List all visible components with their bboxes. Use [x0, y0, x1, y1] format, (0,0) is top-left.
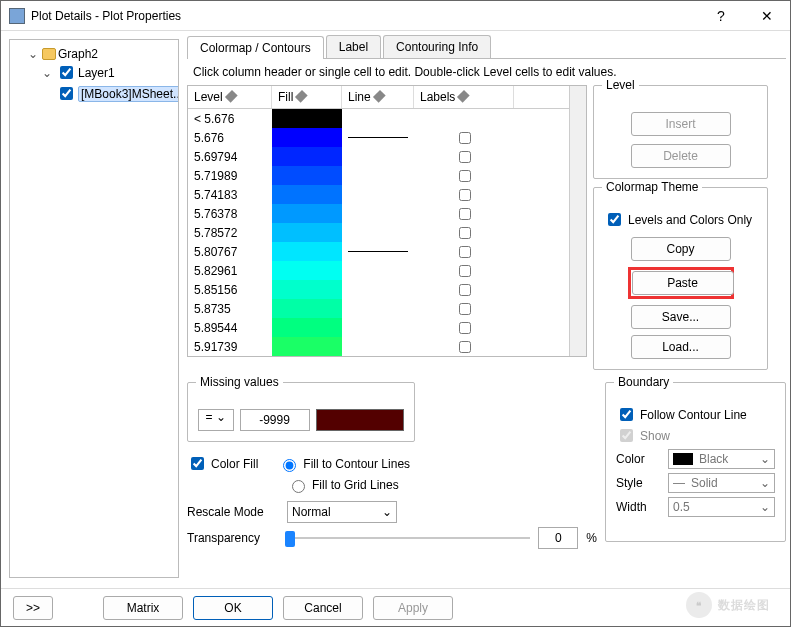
- line-cell[interactable]: [342, 261, 414, 280]
- line-cell[interactable]: [342, 185, 414, 204]
- labels-cell[interactable]: [414, 243, 514, 261]
- level-cell[interactable]: < 5.676: [188, 112, 272, 126]
- fill-cell[interactable]: [272, 109, 342, 128]
- label-checkbox[interactable]: [459, 246, 471, 258]
- fill-cell[interactable]: [272, 242, 342, 261]
- table-row[interactable]: 5.676: [188, 128, 586, 147]
- table-row[interactable]: 5.85156: [188, 280, 586, 299]
- fill-cell[interactable]: [272, 280, 342, 299]
- levels-colors-only-checkbox[interactable]: [608, 213, 621, 226]
- load-button[interactable]: Load...: [631, 335, 731, 359]
- labels-cell[interactable]: [414, 129, 514, 147]
- fill-cell[interactable]: [272, 185, 342, 204]
- table-scrollbar[interactable]: [569, 86, 586, 356]
- missing-op-select[interactable]: = ⌄: [198, 409, 234, 431]
- fill-grid-radio[interactable]: [292, 480, 305, 493]
- label-checkbox[interactable]: [459, 170, 471, 182]
- fill-cell[interactable]: [272, 147, 342, 166]
- table-row[interactable]: < 5.676: [188, 109, 586, 128]
- line-cell[interactable]: [342, 147, 414, 166]
- close-button[interactable]: ✕: [744, 1, 790, 31]
- label-checkbox[interactable]: [459, 189, 471, 201]
- cancel-button[interactable]: Cancel: [283, 596, 363, 620]
- labels-cell[interactable]: [414, 224, 514, 242]
- labels-cell[interactable]: [414, 319, 514, 337]
- color-fill-checkbox[interactable]: [191, 457, 204, 470]
- label-checkbox[interactable]: [459, 132, 471, 144]
- labels-cell[interactable]: [414, 262, 514, 280]
- table-row[interactable]: 5.82961: [188, 261, 586, 280]
- tree-node-graph[interactable]: ⌄ Graph2: [14, 46, 174, 62]
- missing-color-swatch[interactable]: [316, 409, 404, 431]
- line-cell[interactable]: [342, 128, 414, 147]
- line-cell[interactable]: [342, 337, 414, 356]
- line-cell[interactable]: [342, 223, 414, 242]
- level-cell[interactable]: 5.85156: [188, 283, 272, 297]
- missing-value-input[interactable]: [240, 409, 310, 431]
- paste-button[interactable]: Paste: [632, 271, 734, 295]
- object-tree[interactable]: ⌄ Graph2 ⌄ Layer1 [MBook3]MSheet...: [9, 39, 179, 578]
- table-row[interactable]: 5.69794: [188, 147, 586, 166]
- table-row[interactable]: 5.78572: [188, 223, 586, 242]
- level-cell[interactable]: 5.91739: [188, 340, 272, 354]
- th-labels[interactable]: Labels: [414, 86, 514, 108]
- matrix-button[interactable]: Matrix: [103, 596, 183, 620]
- fill-cell[interactable]: [272, 128, 342, 147]
- label-checkbox[interactable]: [459, 208, 471, 220]
- layer-checkbox[interactable]: [60, 66, 73, 79]
- expand-button[interactable]: >>: [13, 596, 53, 620]
- copy-button[interactable]: Copy: [631, 237, 731, 261]
- table-row[interactable]: 5.76378: [188, 204, 586, 223]
- line-cell[interactable]: [342, 242, 414, 261]
- line-cell[interactable]: [342, 280, 414, 299]
- fill-contour-radio[interactable]: [283, 459, 296, 472]
- line-cell[interactable]: [342, 166, 414, 185]
- level-cell[interactable]: 5.8735: [188, 302, 272, 316]
- tab-label[interactable]: Label: [326, 35, 381, 58]
- tab-contouring-info[interactable]: Contouring Info: [383, 35, 491, 58]
- table-row[interactable]: 5.74183: [188, 185, 586, 204]
- tab-colormap[interactable]: Colormap / Contours: [187, 36, 324, 59]
- table-row[interactable]: 5.71989: [188, 166, 586, 185]
- level-cell[interactable]: 5.78572: [188, 226, 272, 240]
- line-cell[interactable]: [342, 299, 414, 318]
- fill-cell[interactable]: [272, 318, 342, 337]
- transparency-value[interactable]: [538, 527, 578, 549]
- labels-cell[interactable]: [414, 167, 514, 185]
- th-level[interactable]: Level: [188, 86, 272, 108]
- th-line[interactable]: Line: [342, 86, 414, 108]
- transparency-slider[interactable]: [285, 528, 530, 548]
- tree-node-item[interactable]: [MBook3]MSheet...: [14, 83, 174, 104]
- chevron-down-icon[interactable]: ⌄: [42, 66, 54, 80]
- line-cell[interactable]: [342, 318, 414, 337]
- rescale-mode-select[interactable]: Normal: [287, 501, 397, 523]
- tree-node-layer[interactable]: ⌄ Layer1: [14, 62, 174, 83]
- table-row[interactable]: 5.91739: [188, 337, 586, 356]
- label-checkbox[interactable]: [459, 303, 471, 315]
- item-checkbox[interactable]: [60, 87, 73, 100]
- level-cell[interactable]: 5.69794: [188, 150, 272, 164]
- fill-cell[interactable]: [272, 337, 342, 356]
- level-cell[interactable]: 5.89544: [188, 321, 272, 335]
- follow-contour-checkbox[interactable]: [620, 408, 633, 421]
- label-checkbox[interactable]: [459, 322, 471, 334]
- labels-cell[interactable]: [414, 300, 514, 318]
- table-row[interactable]: 5.89544: [188, 318, 586, 337]
- labels-cell[interactable]: [414, 338, 514, 356]
- label-checkbox[interactable]: [459, 227, 471, 239]
- chevron-down-icon[interactable]: ⌄: [28, 47, 40, 61]
- help-button[interactable]: ?: [698, 1, 744, 31]
- table-row[interactable]: 5.8735: [188, 299, 586, 318]
- labels-cell[interactable]: [414, 148, 514, 166]
- level-cell[interactable]: 5.82961: [188, 264, 272, 278]
- level-cell[interactable]: 5.676: [188, 131, 272, 145]
- fill-cell[interactable]: [272, 223, 342, 242]
- level-cell[interactable]: 5.71989: [188, 169, 272, 183]
- label-checkbox[interactable]: [459, 265, 471, 277]
- labels-cell[interactable]: [414, 205, 514, 223]
- line-cell[interactable]: [342, 204, 414, 223]
- labels-cell[interactable]: [414, 281, 514, 299]
- level-cell[interactable]: 5.74183: [188, 188, 272, 202]
- ok-button[interactable]: OK: [193, 596, 273, 620]
- label-checkbox[interactable]: [459, 284, 471, 296]
